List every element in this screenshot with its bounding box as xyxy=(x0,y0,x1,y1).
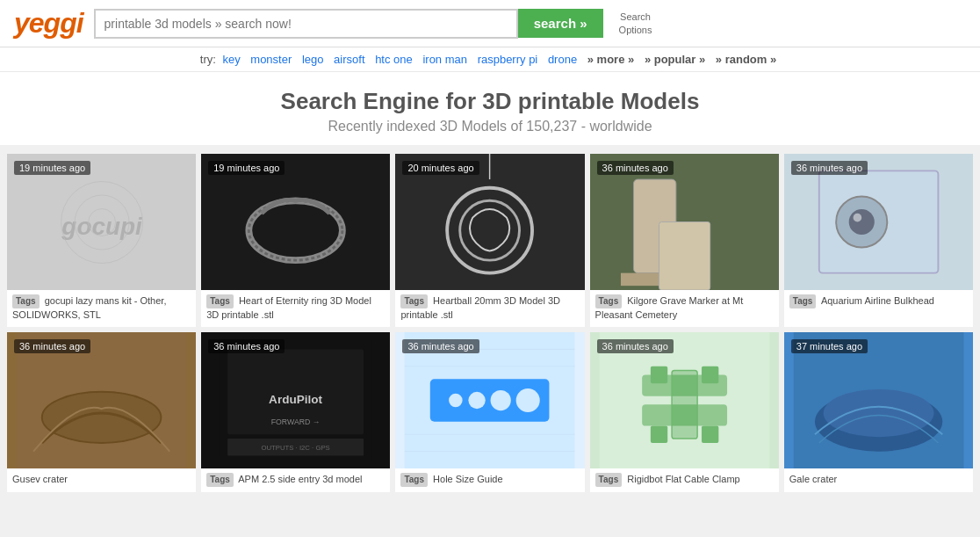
nav-link-htcone[interactable]: htc one xyxy=(375,53,413,66)
svg-point-27 xyxy=(469,392,486,409)
item-image-gale: 37 minutes ago xyxy=(784,332,973,468)
item-image-ring: 19 minutes ago xyxy=(201,154,390,290)
svg-text:FORWARD →: FORWARD → xyxy=(271,418,321,427)
grid-container: 19 minutes ago gocupi Tags gocupi lazy m… xyxy=(0,145,980,506)
svg-rect-40 xyxy=(702,426,718,443)
timestamp-badge: 36 minutes ago xyxy=(597,161,674,175)
nav-popular[interactable]: » popular » xyxy=(645,53,705,66)
timestamp-badge: 36 minutes ago xyxy=(791,161,868,175)
nav-link-raspberrypi[interactable]: raspberry pi xyxy=(478,53,538,66)
svg-point-26 xyxy=(450,394,464,408)
nav-link-airsoft[interactable]: airsoft xyxy=(334,53,364,66)
item-caption-gocupi: Tags gocupi lazy mans kit - Other, SOLID… xyxy=(7,290,196,327)
grid-item-rigidbot[interactable]: 36 minutes ago Tags Rigidbot Flat Cable … xyxy=(590,332,779,492)
grid-item-ring[interactable]: 19 minutes ago Tags Heart of Eternity ri… xyxy=(201,154,390,327)
item-image-grave: 36 minutes ago xyxy=(590,154,779,290)
item-caption-rigidbot: Tags Rigidbot Flat Cable Clamp xyxy=(590,468,779,492)
tags-label: Tags xyxy=(400,294,428,308)
tags-label: Tags xyxy=(400,473,428,487)
svg-text:OUTPUTS · I2C · GPS: OUTPUTS · I2C · GPS xyxy=(262,444,330,452)
timestamp-badge: 20 minutes ago xyxy=(402,161,479,175)
grid-item-crater[interactable]: 36 minutes ago Gusev crater xyxy=(7,332,196,492)
svg-point-28 xyxy=(491,390,511,410)
search-options-line1: Search xyxy=(619,11,652,23)
nav-random[interactable]: » random » xyxy=(716,53,776,66)
search-options[interactable]: Search Options xyxy=(619,11,652,36)
timestamp-badge: 36 minutes ago xyxy=(208,339,285,353)
svg-rect-39 xyxy=(650,426,667,443)
header: yeggi search » Search Options xyxy=(0,0,980,47)
tags-label: Tags xyxy=(789,294,817,308)
svg-text:gocupi: gocupi xyxy=(61,212,143,239)
timestamp-badge: 37 minutes ago xyxy=(791,339,868,353)
try-label: try: xyxy=(200,53,216,66)
tags-label: Tags xyxy=(12,294,40,308)
search-input-wrapper xyxy=(94,9,518,39)
item-caption-ring: Tags Heart of Eternity ring 3D Model 3D … xyxy=(201,290,390,327)
item-image-pendant: 20 minutes ago xyxy=(395,154,584,290)
item-caption-gale: Gale crater xyxy=(784,468,973,491)
grid-row-1: 19 minutes ago gocupi Tags gocupi lazy m… xyxy=(7,154,973,327)
nav-link-key[interactable]: key xyxy=(222,53,240,66)
hero: Search Engine for 3D printable Models Re… xyxy=(0,72,980,145)
svg-point-15 xyxy=(853,214,861,222)
item-image-crater: 36 minutes ago xyxy=(7,332,196,468)
svg-rect-41 xyxy=(672,371,697,439)
grid-item-aquarium[interactable]: 36 minutes ago Tags Aquarium Airline Bul… xyxy=(784,154,973,327)
tags-label: Tags xyxy=(595,473,623,487)
svg-text:ArduPilot: ArduPilot xyxy=(269,393,322,406)
svg-rect-37 xyxy=(650,366,667,383)
tags-label: Tags xyxy=(595,294,623,308)
nav-bar: try: key monster lego airsoft htc one ir… xyxy=(0,47,980,72)
svg-point-29 xyxy=(516,388,540,412)
grid-item-gale[interactable]: 37 minutes ago Gale crater xyxy=(784,332,973,492)
grid-row-2: 36 minutes ago Gusev crater 36 minutes a… xyxy=(7,332,973,492)
svg-point-14 xyxy=(849,209,875,235)
item-image-ardupilot: 36 minutes ago ArduPilot FORWARD → OUTPU… xyxy=(201,332,390,468)
grid-item-gocupi[interactable]: 19 minutes ago gocupi Tags gocupi lazy m… xyxy=(7,154,196,327)
grid-item-pendant[interactable]: 20 minutes ago Tags Heartball 20mm 3D Mo… xyxy=(395,154,584,327)
nav-link-drone[interactable]: drone xyxy=(548,53,577,66)
item-image-gocupi: 19 minutes ago gocupi xyxy=(7,154,196,290)
item-caption-aquarium: Tags Aquarium Airline Bulkhead xyxy=(784,290,973,314)
tags-label: Tags xyxy=(206,294,234,308)
nav-link-monster[interactable]: monster xyxy=(250,53,292,66)
nav-link-lego[interactable]: lego xyxy=(302,53,324,66)
hero-title: Search Engine for 3D printable Models xyxy=(0,88,980,115)
timestamp-badge: 19 minutes ago xyxy=(208,161,285,175)
item-image-hole: 36 minutes ago xyxy=(395,332,584,468)
item-caption-ardupilot: Tags APM 2.5 side entry 3d model xyxy=(201,468,390,492)
timestamp-badge: 36 minutes ago xyxy=(597,339,674,353)
svg-rect-38 xyxy=(702,366,718,383)
item-image-aquarium: 36 minutes ago xyxy=(784,154,973,290)
item-caption-grave: Tags Kilgore Grave Marker at Mt Pleasant… xyxy=(590,290,779,327)
search-form: search » xyxy=(94,9,603,39)
grid-item-hole[interactable]: 36 minutes ago Tags xyxy=(395,332,584,492)
grid-item-ardupilot[interactable]: 36 minutes ago ArduPilot FORWARD → OUTPU… xyxy=(201,332,390,492)
grid-item-grave[interactable]: 36 minutes ago Tags Kilgore Grave Marker… xyxy=(590,154,779,327)
hero-subtitle: Recently indexed 3D Models of 150,237 - … xyxy=(0,119,980,134)
item-caption-pendant: Tags Heartball 20mm 3D Model 3D printabl… xyxy=(395,290,584,327)
svg-point-17 xyxy=(42,392,162,443)
item-caption-crater: Gusev crater xyxy=(7,468,196,491)
search-input[interactable] xyxy=(96,11,516,37)
search-options-line2: Options xyxy=(619,24,652,36)
item-caption-hole: Tags Hole Size Guide xyxy=(395,468,584,492)
timestamp-badge: 36 minutes ago xyxy=(402,339,479,353)
tags-label: Tags xyxy=(206,473,234,487)
svg-rect-11 xyxy=(659,222,710,291)
logo[interactable]: yeggi xyxy=(14,7,83,40)
nav-more[interactable]: » more » xyxy=(587,53,634,66)
timestamp-badge: 36 minutes ago xyxy=(14,339,90,353)
nav-link-ironman[interactable]: iron man xyxy=(422,53,467,66)
svg-point-44 xyxy=(823,389,933,437)
search-button[interactable]: search » xyxy=(518,9,603,38)
item-image-rigidbot: 36 minutes ago xyxy=(590,332,779,468)
